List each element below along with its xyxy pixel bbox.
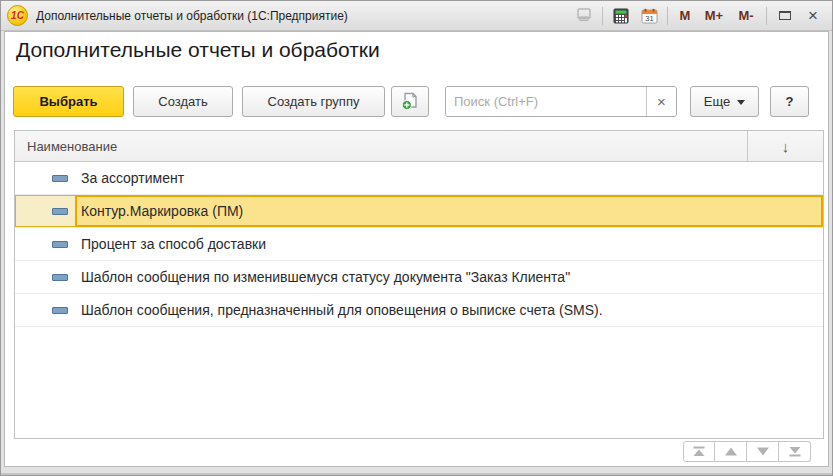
- app-window: 1С Дополнительные отчеты и обработки (1С…: [0, 0, 833, 476]
- titlebar-separator: [602, 7, 603, 25]
- move-up-button[interactable]: [715, 441, 747, 462]
- get-link-icon[interactable]: [571, 4, 597, 28]
- row-icon-cell: [15, 162, 75, 194]
- row-icon-cell: [15, 228, 75, 260]
- row-icon-cell: [15, 195, 75, 227]
- move-last-icon: [788, 446, 802, 457]
- maximize-icon: [779, 11, 791, 20]
- titlebar-separator: [766, 7, 767, 25]
- processing-item-icon: [52, 274, 68, 281]
- close-icon: ×: [808, 7, 818, 24]
- table-rows: За ассортимент Контур.Маркировка (ПМ) Пр…: [15, 162, 823, 327]
- help-button[interactable]: ?: [770, 86, 809, 117]
- move-down-icon: [756, 447, 770, 456]
- row-icon-cell: [15, 261, 75, 293]
- processing-item-icon: [52, 175, 68, 182]
- more-button[interactable]: Еще: [690, 86, 759, 117]
- move-up-icon: [724, 447, 738, 456]
- page-title: Дополнительные отчеты и обработки: [16, 38, 380, 62]
- table-row[interactable]: Шаблон сообщения по изменившемуся статус…: [15, 261, 823, 294]
- titlebar-separator: [667, 7, 668, 25]
- calendar-day: 31: [645, 14, 653, 23]
- select-button[interactable]: Выбрать: [13, 86, 124, 117]
- search-input[interactable]: [446, 87, 646, 116]
- chevron-down-icon: [737, 100, 745, 105]
- more-label: Еще: [704, 94, 730, 109]
- window-title: Дополнительные отчеты и обработки (1С:Пр…: [36, 9, 571, 23]
- titlebar-buttons: 31 M M+ M- ×: [571, 4, 826, 28]
- move-last-button[interactable]: [779, 441, 811, 462]
- processing-item-icon: [52, 241, 68, 248]
- move-down-button[interactable]: [747, 441, 779, 462]
- table-row[interactable]: Шаблон сообщения, предназначенный для оп…: [15, 294, 823, 327]
- row-name-cell[interactable]: Процент за способ доставки: [75, 228, 823, 260]
- processing-item-icon: [52, 208, 68, 215]
- memory-plus-button[interactable]: M+: [699, 4, 729, 28]
- memory-minus-button[interactable]: M-: [731, 4, 761, 28]
- create-group-button[interactable]: Создать группу: [242, 86, 385, 117]
- move-first-button[interactable]: [683, 441, 715, 462]
- titlebar: 1С Дополнительные отчеты и обработки (1С…: [1, 1, 832, 31]
- clear-icon: ×: [657, 93, 666, 110]
- form-content: Дополнительные отчеты и обработки Выбрат…: [4, 31, 829, 467]
- search-clear-button[interactable]: ×: [646, 87, 676, 116]
- items-table: Наименование ↓ За ассортимент Контур.Мар…: [14, 130, 824, 439]
- create-by-copy-button[interactable]: [391, 86, 429, 117]
- row-name-cell[interactable]: За ассортимент: [75, 162, 823, 194]
- copy-plus-icon: [401, 92, 419, 111]
- sort-descending-icon: ↓: [782, 138, 790, 155]
- search-box: ×: [445, 86, 677, 117]
- calculator-icon[interactable]: [608, 4, 634, 28]
- maximize-button[interactable]: [772, 4, 798, 28]
- calendar-icon[interactable]: 31: [636, 4, 662, 28]
- processing-item-icon: [52, 307, 68, 314]
- close-button[interactable]: ×: [800, 4, 826, 28]
- move-first-icon: [692, 446, 706, 457]
- table-row[interactable]: Контур.Маркировка (ПМ): [15, 195, 823, 228]
- row-move-buttons: [683, 441, 811, 462]
- table-row[interactable]: Процент за способ доставки: [15, 228, 823, 261]
- row-name-cell[interactable]: Контур.Маркировка (ПМ): [75, 195, 823, 227]
- sort-indicator[interactable]: ↓: [747, 131, 823, 161]
- memory-recall-button[interactable]: M: [673, 4, 697, 28]
- table-row[interactable]: За ассортимент: [15, 162, 823, 195]
- row-name-cell[interactable]: Шаблон сообщения по изменившемуся статус…: [75, 261, 823, 293]
- toolbar: Выбрать Создать Создать группу × Еще: [5, 86, 828, 120]
- create-button[interactable]: Создать: [133, 86, 233, 117]
- 1c-logo-icon: 1С: [7, 5, 28, 26]
- table-header[interactable]: Наименование ↓: [15, 131, 823, 162]
- row-name-cell[interactable]: Шаблон сообщения, предназначенный для оп…: [75, 294, 823, 326]
- column-header-name[interactable]: Наименование: [15, 139, 747, 154]
- row-icon-cell: [15, 294, 75, 326]
